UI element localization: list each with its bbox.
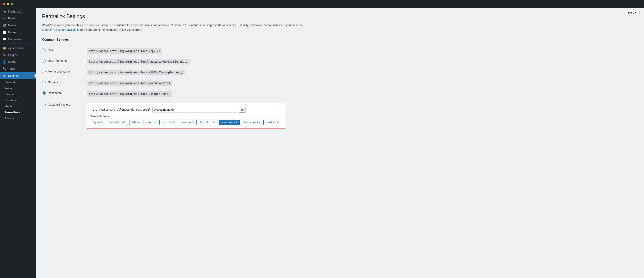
custom-label: Custom Structure [48,103,70,106]
plain-radio-label[interactable]: Plain [42,48,87,52]
users-icon: 👤 [3,60,6,64]
settings-icon: ⚙ [3,74,6,77]
tag-button[interactable]: %category% [241,120,262,125]
plain-label: Plain [48,48,54,52]
plugins-icon: 🔌 [3,53,6,57]
tag-button[interactable]: %minute% [160,120,177,125]
sidebar-subitem-reading[interactable]: Reading [0,91,36,97]
tag-button[interactable]: %day% [129,120,142,125]
numeric-radio[interactable] [42,81,46,84]
tag-button[interactable]: %second% [179,120,196,125]
option-month-name: Month and name http://afterinstallingwor… [42,67,355,78]
available-tags-label: Available tags: [91,115,281,118]
wrap: Permalink Settings WordPress offers you … [42,13,355,132]
sidebar-item-settings[interactable]: ⚙ Settings [0,72,36,79]
post-name-radio-label[interactable]: Post name [42,91,87,95]
tag-button[interactable]: %post_id% [198,120,217,125]
sidebar-item-tools[interactable]: 🔧 Tools [0,65,36,72]
sidebar-subitem-privacy[interactable]: Privacy [0,115,36,121]
sidebar-item-label: Comments [8,37,22,41]
day-name-label: Day and name [48,59,67,62]
sidebar-item-label: Appearance [8,46,24,50]
comments-icon: 💬 [3,37,6,41]
month-name-radio[interactable] [42,70,46,73]
sidebar-item-posts[interactable]: ✏ Posts [0,15,36,22]
month-name-label: Month and name [48,70,70,73]
tag-button[interactable]: %monthnum% [107,120,128,125]
maximize-button[interactable] [11,3,14,5]
sidebar-item-users[interactable]: 👤 Users [0,58,36,65]
page-title: Permalink Settings [42,13,355,19]
sidebar-item-appearance[interactable]: 🎨 Appearance [0,45,36,52]
sidebar-item-label: Dashboard [8,10,22,13]
sidebar-item-plugins[interactable]: 🔌 Plugins [0,52,36,58]
minimize-button[interactable] [7,3,10,5]
common-settings-title: Common Settings [42,38,355,41]
sidebar-item-label: Posts [8,17,16,20]
help-button-container: Help ▾ [625,10,640,15]
tags-grid-button[interactable]: ⊞ [239,107,246,113]
help-button[interactable]: Help ▾ [625,10,640,15]
sidebar-arrow [34,74,36,78]
day-name-radio[interactable] [42,59,46,63]
custom-radio-label[interactable]: Custom Structure [42,102,87,106]
post-name-radio[interactable] [42,91,46,95]
option-numeric: Numeric http://afterinstallingwordpress.… [42,78,355,89]
tags-row: %year%%monthnum%%day%%hour%%minute%%seco… [91,120,281,125]
sidebar-item-label: Pages [8,30,16,34]
dashboard-icon: ⊞ [3,10,6,13]
post-name-url: http://afterinstallingwordpress.local/sa… [87,91,172,97]
custom-radio[interactable] [42,103,46,106]
sidebar-item-comments[interactable]: 💬 Comments [0,36,36,43]
sidebar-subitem-general[interactable]: General [0,79,36,85]
numeric-radio-label[interactable]: Numeric [42,81,87,84]
day-name-radio-label[interactable]: Day and name [42,59,87,63]
sidebar-subitem-discussion[interactable]: Discussion [0,97,36,103]
custom-structure-box: http://afterinstallingwordpress.local ⊞ … [87,103,285,129]
tools-icon: 🔧 [3,67,6,71]
plain-url: http://afterinstallingwordpress.local/?p… [87,48,162,54]
custom-structure-input[interactable] [152,107,237,113]
sidebar-item-dashboard[interactable]: ⊞ Dashboard [0,8,36,15]
appearance-icon: 🎨 [3,46,6,50]
content-area: Permalink Settings WordPress offers you … [36,8,644,278]
sidebar-item-label: Media [8,24,16,27]
plain-radio[interactable] [42,48,46,52]
option-custom-structure: Custom Structure http://afterinstallingw… [42,99,355,132]
page-description: WordPress offers you the ability to crea… [42,23,310,32]
month-name-radio-label[interactable]: Month and name [42,70,87,73]
posts-icon: ✏ [3,17,6,20]
month-name-url: http://afterinstallingwordpress.local/20… [87,70,185,75]
tag-button[interactable]: %year% [91,120,105,125]
pages-icon: 📄 [3,30,6,34]
sidebar-item-pages[interactable]: 📄 Pages [0,29,36,36]
sidebar-item-label: Users [8,60,16,64]
sidebar-subitem-media-settings[interactable]: Media [0,103,36,109]
sidebar-item-label: Settings [8,74,18,77]
main-content: Permalink Settings WordPress offers you … [36,0,644,278]
custom-base-url: http://afterinstallingwordpress.local [91,108,150,111]
custom-url-row: http://afterinstallingwordpress.local ⊞ [91,107,281,113]
tag-button[interactable]: %hour% [144,120,158,125]
numeric-url: http://afterinstallingwordpress.local/ar… [87,81,172,86]
sidebar: ⊞ Dashboard ✏ Posts 🖼 Media 📄 Pages 💬 Co… [0,0,36,278]
sidebar-item-label: Plugins [8,53,18,57]
option-day-name: Day and name http://afterinstallingwordp… [42,56,355,67]
day-name-url: http://afterinstallingwordpress.local/20… [87,59,190,64]
option-post-name: Post name http://afterinstallingwordpres… [42,89,355,99]
media-icon: 🖼 [3,24,6,27]
title-bar [0,0,644,8]
tag-button[interactable]: %author% [264,120,281,125]
traffic-lights [3,3,14,5]
tag-button[interactable]: %postname% [219,120,240,125]
post-name-label: Post name [48,91,62,95]
tags-link[interactable]: number of tags are available [42,28,79,31]
close-button[interactable] [3,3,5,5]
sidebar-subitem-permalinks[interactable]: Permalinks [0,109,36,115]
sidebar-subitem-writing[interactable]: Writing [0,85,36,91]
numeric-label: Numeric [48,81,58,84]
sidebar-item-media[interactable]: 🖼 Media [0,22,36,29]
sidebar-item-label: Tools [8,67,15,71]
option-plain: Plain http://afterinstallingwordpress.lo… [42,46,355,56]
